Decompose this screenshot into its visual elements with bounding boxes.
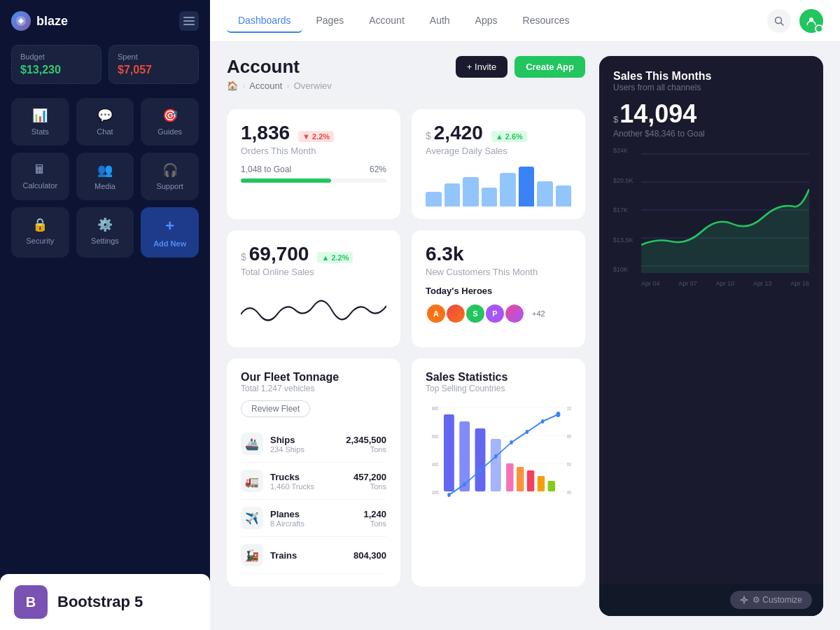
customize-button[interactable]: ⚙ Customize <box>730 591 812 609</box>
hero-avatar-1: A <box>426 303 447 324</box>
hero-avatar-4: P <box>484 303 505 324</box>
add-new-icon: + <box>165 217 174 235</box>
sidebar-item-stats[interactable]: 📊 Stats <box>11 98 69 146</box>
customers-value: 6.3k <box>426 243 571 265</box>
sidebar-item-security[interactable]: 🔒 Security <box>11 207 69 258</box>
sidebar-item-calculator[interactable]: 🖩 Calculator <box>11 153 69 200</box>
bar-5 <box>500 173 516 206</box>
sales-line-chart: $24K $20.5K $17K $13.5K $10K <box>613 147 809 287</box>
sidebar-item-support[interactable]: 🎧 Support <box>141 153 199 200</box>
tab-resources[interactable]: Resources <box>512 9 581 33</box>
ships-value: 2,345,500 <box>346 435 386 445</box>
sidebar-item-label: Stats <box>31 127 49 136</box>
hero-avatar-2 <box>445 303 466 324</box>
trains-icon: 🚂 <box>241 544 263 566</box>
page-title: Account <box>227 56 332 78</box>
sales-stats-sub: Top Selling Countries <box>426 384 571 393</box>
new-customers-card: 6.3k New Customers This Month Today's He… <box>412 230 585 347</box>
bootstrap-badge: B Bootstrap 5 <box>0 574 210 630</box>
sidebar: blaze Budget $13,230 Spent $7,057 📊 Stat… <box>0 0 210 630</box>
planes-value: 1,240 <box>363 509 386 519</box>
content-right: Sales This Months Users from all channel… <box>599 56 823 616</box>
invite-button[interactable]: + Invite <box>456 56 507 78</box>
bar-3 <box>463 177 479 206</box>
page-header: Account 🏠 › Account › Overwiev <box>227 56 332 91</box>
main-area: Dashboards Pages Account Auth Apps Resou… <box>210 0 840 630</box>
planes-unit: Tons <box>363 519 386 528</box>
ships-unit: Tons <box>346 445 386 454</box>
nav-grid: 📊 Stats 💬 Chat 🎯 Guides 🖩 Calculator 👥 M… <box>11 98 199 258</box>
progress-pct: 62% <box>370 164 386 174</box>
breadcrumb-overview: Overwiev <box>294 80 332 91</box>
svg-text:100%: 100% <box>567 405 571 411</box>
bootstrap-label: Bootstrap 5 <box>57 593 143 611</box>
bar-7 <box>537 181 553 206</box>
fleet-row-trucks: 🚛 Trucks 1,460 Trucks 457,200 Tons <box>241 463 386 500</box>
bar-2 <box>444 183 461 206</box>
fleet-row-trains: 🚂 Trains 804,300 <box>241 537 386 574</box>
sidebar-item-settings[interactable]: ⚙️ Settings <box>76 207 134 258</box>
top-nav-right <box>767 9 823 33</box>
fleet-sub: Total 1,247 vehicles <box>241 384 386 393</box>
ships-name: Ships <box>270 435 304 445</box>
progress-row: 1,048 to Goal 62% <box>241 164 386 174</box>
orders-label: Orders This Month <box>241 146 386 156</box>
hero-count: +42 <box>532 309 545 318</box>
user-avatar[interactable] <box>799 9 823 33</box>
svg-text:40%: 40% <box>567 489 571 495</box>
big-num-prefix: $ <box>613 114 618 125</box>
fleet-row-ships: 🚢 Ships 234 Ships 2,345,500 Tons <box>241 426 386 463</box>
tab-dashboards[interactable]: Dashboards <box>227 9 302 33</box>
fleet-card: Our Fleet Tonnage Total 1,247 vehicles R… <box>227 358 400 587</box>
create-app-button[interactable]: Create App <box>514 56 585 78</box>
customize-label: ⚙ Customize <box>752 595 802 605</box>
svg-point-41 <box>743 598 746 601</box>
planes-name: Planes <box>270 509 304 519</box>
tab-pages[interactable]: Pages <box>305 9 356 33</box>
search-button[interactable] <box>767 9 791 33</box>
daily-sales-label: Average Daily Sales <box>426 146 571 156</box>
tab-account[interactable]: Account <box>358 9 416 33</box>
sidebar-menu-btn[interactable] <box>179 11 199 31</box>
orders-card: 1,836 ▼ 2.2% Orders This Month 1,048 to … <box>227 109 400 219</box>
sidebar-item-add-new[interactable]: + Add New <box>141 207 199 258</box>
svg-point-30 <box>541 419 544 424</box>
budget-amount: $13,230 <box>20 64 92 76</box>
tab-apps[interactable]: Apps <box>464 9 509 33</box>
security-icon: 🔒 <box>32 217 48 232</box>
trucks-value: 457,200 <box>354 472 386 482</box>
progress-label: 1,048 to Goal <box>241 164 291 174</box>
trains-name: Trains <box>270 550 297 561</box>
svg-text:800: 800 <box>432 405 439 411</box>
sidebar-item-label: Guides <box>158 127 182 136</box>
trucks-icon: 🚛 <box>241 470 263 492</box>
bar-6 <box>519 167 535 206</box>
logo-icon <box>11 11 31 31</box>
fleet-row-planes: ✈️ Planes 8 Aircrafts 1,240 Tons <box>241 500 386 537</box>
sidebar-header: blaze <box>11 11 199 31</box>
budget-label: Budget <box>20 52 92 61</box>
spent-amount: $7,057 <box>118 64 190 76</box>
stats-icon: 📊 <box>32 108 48 123</box>
support-icon: 🎧 <box>162 162 178 178</box>
svg-line-5 <box>781 22 784 25</box>
svg-rect-1 <box>183 17 195 18</box>
sidebar-item-guides[interactable]: 🎯 Guides <box>141 98 199 146</box>
svg-rect-2 <box>183 20 195 22</box>
online-sales-label: Total Online Sales <box>241 267 386 277</box>
breadcrumb: 🏠 › Account › Overwiev <box>227 80 332 91</box>
trucks-unit: Tons <box>354 482 386 491</box>
svg-rect-21 <box>527 470 534 491</box>
sidebar-item-label: Security <box>26 237 54 245</box>
budget-card: Budget $13,230 <box>11 45 102 84</box>
tab-auth[interactable]: Auth <box>419 9 461 33</box>
daily-sales-badge: ▲ 2.6% <box>491 131 527 142</box>
breadcrumb-home: 🏠 <box>227 80 238 91</box>
spent-card: Spent $7,057 <box>108 45 199 84</box>
sidebar-item-chat[interactable]: 💬 Chat <box>76 98 134 146</box>
budget-cards: Budget $13,230 Spent $7,057 <box>11 45 199 84</box>
sales-month-sub: Users from all channels <box>613 83 809 92</box>
sidebar-item-media[interactable]: 👥 Media <box>76 153 134 200</box>
sidebar-item-label: Settings <box>91 237 119 245</box>
review-fleet-button[interactable]: Review Fleet <box>241 400 310 417</box>
